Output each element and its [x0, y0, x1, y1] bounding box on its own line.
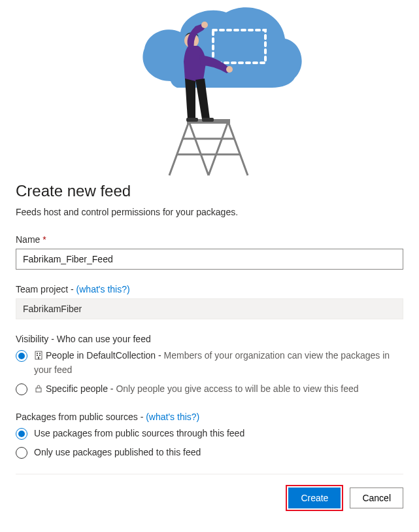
cloud-person-illustration — [112, 3, 308, 177]
hero-illustration — [16, 0, 403, 182]
svg-point-9 — [201, 22, 208, 28]
svg-rect-15 — [39, 353, 41, 354]
visibility-option-org[interactable]: People in DefaultCollection - Members of… — [16, 349, 403, 376]
svg-rect-17 — [39, 355, 41, 356]
radio-indicator — [16, 350, 27, 362]
svg-rect-16 — [37, 355, 38, 356]
lock-icon — [34, 384, 43, 397]
svg-line-3 — [169, 122, 189, 175]
svg-point-10 — [226, 66, 233, 73]
create-button[interactable]: Create — [288, 488, 341, 508]
svg-line-1 — [189, 122, 209, 175]
name-label: Name * — [16, 234, 403, 245]
team-project-help-link[interactable]: (what's this?) — [76, 284, 130, 294]
page-subtitle: Feeds host and control permissions for y… — [16, 207, 403, 217]
radio-indicator — [16, 383, 27, 395]
public-sources-option-only[interactable]: Only use packages published to this feed — [16, 446, 403, 459]
radio-indicator — [16, 428, 27, 440]
team-project-section: Team project - (what's this?) FabrikamFi… — [16, 284, 403, 319]
svg-rect-19 — [36, 388, 41, 392]
cancel-button[interactable]: Cancel — [350, 488, 403, 508]
svg-line-4 — [228, 122, 248, 175]
visibility-option-specific[interactable]: Specific people - Only people you give a… — [16, 383, 403, 397]
required-asterisk: * — [42, 234, 46, 245]
svg-line-2 — [209, 122, 228, 175]
visibility-section: Visibility - Who can use your feed Peopl… — [16, 334, 403, 397]
svg-rect-11 — [186, 118, 198, 122]
public-sources-section: Packages from public sources - (what's t… — [16, 412, 403, 459]
team-project-label: Team project - (what's this?) — [16, 284, 403, 294]
team-project-value: FabrikamFiber — [16, 298, 403, 319]
svg-rect-14 — [37, 353, 38, 354]
public-sources-help-link[interactable]: (what's this?) — [146, 412, 199, 422]
svg-rect-12 — [202, 118, 214, 122]
name-field-section: Name * — [16, 234, 403, 270]
name-input[interactable] — [16, 249, 403, 270]
public-sources-option-use[interactable]: Use packages from public sources through… — [16, 427, 403, 440]
svg-rect-18 — [38, 357, 39, 359]
visibility-label: Visibility - Who can use your feed — [16, 334, 403, 344]
organization-icon — [34, 351, 43, 364]
page-title: Create new feed — [16, 182, 403, 200]
public-sources-label: Packages from public sources - (what's t… — [16, 412, 403, 422]
create-button-highlight: Create — [286, 485, 343, 511]
footer-divider — [16, 474, 403, 474]
dialog-footer: Create Cancel — [16, 485, 403, 511]
radio-indicator — [16, 447, 27, 459]
